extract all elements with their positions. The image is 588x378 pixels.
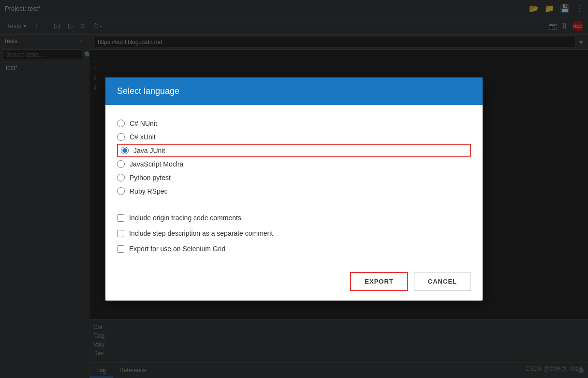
radio-item-python-pytest[interactable]: Python pytest	[117, 171, 471, 184]
select-language-dialog: Select language C# NUnit C# xUnit Java J…	[105, 77, 483, 301]
cancel-button[interactable]: CANCEL	[414, 272, 471, 291]
radio-item-js-mocha[interactable]: JavaScript Mocha	[117, 157, 471, 171]
checkbox-origin-tracing[interactable]	[117, 214, 124, 222]
export-button[interactable]: EXPORT	[350, 272, 408, 291]
checkbox-item-origin-tracing[interactable]: Include origin tracing code comments	[117, 210, 471, 226]
radio-python-pytest[interactable]	[117, 174, 125, 181]
radio-item-ruby-rspec[interactable]: Ruby RSpec	[117, 184, 471, 198]
radio-label-java-junit: Java JUnit	[133, 147, 165, 154]
radio-label-cs-xunit: C# xUnit	[130, 133, 156, 141]
radio-label-python-pytest: Python pytest	[130, 174, 171, 181]
radio-cs-xunit[interactable]	[117, 133, 125, 141]
options-checkbox-group: Include origin tracing code comments Inc…	[117, 210, 471, 257]
radio-js-mocha[interactable]	[117, 160, 125, 168]
radio-java-junit[interactable]	[121, 147, 129, 154]
radio-label-cs-nunit: C# NUnit	[130, 120, 157, 127]
radio-cs-nunit[interactable]	[117, 120, 125, 127]
checkbox-label-step-desc: Include step description as a separate c…	[129, 229, 273, 237]
radio-ruby-rspec[interactable]	[117, 187, 125, 195]
radio-item-cs-xunit[interactable]: C# xUnit	[117, 130, 471, 144]
dialog-header: Select language	[105, 77, 483, 105]
language-radio-group: C# NUnit C# xUnit Java JUnit JavaScript …	[117, 117, 471, 198]
radio-label-ruby-rspec: Ruby RSpec	[130, 187, 168, 195]
checkbox-item-selenium-grid[interactable]: Export for use on Selenium Grid	[117, 241, 471, 257]
modal-overlay: Select language C# NUnit C# xUnit Java J…	[0, 0, 588, 378]
checkbox-step-desc[interactable]	[117, 230, 124, 237]
checkbox-item-step-desc[interactable]: Include step description as a separate c…	[117, 226, 471, 241]
dialog-body: C# NUnit C# xUnit Java JUnit JavaScript …	[105, 105, 483, 264]
checkbox-selenium-grid[interactable]	[117, 245, 124, 253]
radio-label-js-mocha: JavaScript Mocha	[130, 160, 183, 168]
radio-item-java-junit[interactable]: Java JUnit	[117, 144, 471, 157]
dialog-footer: EXPORT CANCEL	[105, 264, 483, 301]
dialog-title: Select language	[117, 86, 471, 96]
radio-item-cs-nunit[interactable]: C# NUnit	[117, 117, 471, 130]
checkbox-label-origin-tracing: Include origin tracing code comments	[129, 214, 241, 222]
checkbox-label-selenium-grid: Export for use on Selenium Grid	[129, 245, 225, 253]
divider	[117, 204, 471, 204]
